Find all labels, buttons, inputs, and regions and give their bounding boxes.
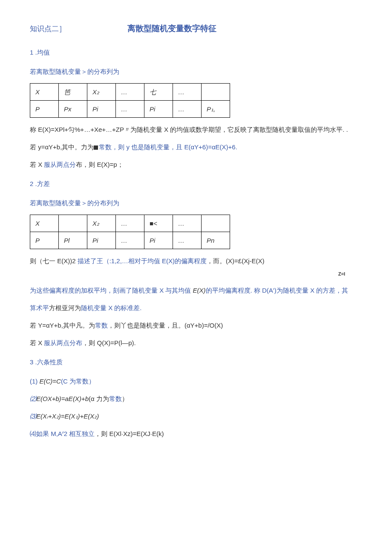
text: ，则 Q(X)=P(l—p). [82, 339, 135, 346]
text: 方根亚河为 [49, 304, 81, 311]
text: 若 Y=αY+b,其中凡。为 [30, 322, 95, 329]
knowledge-point-tag: 知识点二］ [30, 23, 66, 36]
text: ，而。(X)=£(Xj-E(X) [207, 257, 264, 264]
cell: 七 [144, 84, 173, 101]
cell: Pi [144, 101, 173, 118]
table-row: P Pl Pi … Pi … Pn [30, 232, 230, 249]
cell: X [30, 84, 59, 101]
text: 的标准差. [114, 304, 141, 311]
text: 算术平 [30, 304, 49, 311]
cell: X₂ [87, 84, 116, 101]
section-2-line-1: 则（七一 E(X))2 描述了王（:1,2,…相对于均值 E(X)的偏离程度，而… [30, 255, 362, 267]
property-1: (1) E(C)=C(C 为常数） [30, 375, 362, 387]
text: 若 y=αY+b,其中。力为 [30, 143, 94, 151]
text: 的平均偏离程度. 称 D(A')为随机变量 X 的方差，其 [206, 287, 349, 294]
text: ⑷如果 M,Aʳ2 [30, 430, 69, 437]
text: 常数 [95, 322, 108, 329]
cell: Pn [202, 232, 230, 249]
header: 知识点二］ 离散型随机变量数字特征 [30, 21, 362, 36]
cell: Pi [144, 232, 173, 249]
cell: X₂ [87, 215, 116, 232]
block-icon [94, 145, 98, 150]
sum-index: Z=I [30, 270, 362, 279]
cell: … [116, 84, 144, 101]
text: 为这些偏离程度的加权平均，刻画了随机变量 X 与其均值 [30, 287, 193, 294]
text: (α 力为 [89, 395, 109, 402]
cell: … [173, 232, 202, 249]
section-2-para-3: 算术平方根亚河为随机变量 X 的标准差. [30, 302, 362, 314]
section-1-para-3: 若 X 服从两点分布，则 E(X)=p； [30, 159, 362, 170]
table-row: P Px Pi … Pi … P₁, [30, 101, 230, 118]
cell: Px [59, 101, 87, 118]
text: 描述了王（:1,2,…相对于均值 E(X)的偏离程度 [78, 257, 207, 264]
cell [59, 215, 87, 232]
text: 相互独立 [69, 430, 95, 437]
section-1-intro: 若离散型随机变量＞的分布列为 [30, 66, 362, 77]
property-3: ⑶E(Xᵢ+X₂)=E(X₁)+E(X₂) [30, 410, 362, 422]
cell: Pi [87, 232, 116, 249]
text: 服从两点分布 [44, 339, 82, 346]
distribution-table-1: X 笆 X₂ … 七 … P Px Pi … Pi … P₁, [30, 83, 230, 118]
cell: … [116, 232, 144, 249]
text: 若 X [30, 161, 44, 168]
section-3-heading: 3 .六条性质 [30, 356, 362, 368]
text: E(Xᵢ+X₂)=E(X₁)+E(X₂) [36, 413, 99, 420]
section-2-para-4: 若 Y=αY+b,其中凡。为常数，则丫也是随机变量，且。(αY+b)=/O(X) [30, 320, 362, 331]
text: 常数，则 y 也是随机变量，且 E(αY+6)=αE(X)+6. [99, 143, 237, 151]
distribution-table-2: X X₂ … ■< … P Pl Pi … Pi … Pn [30, 215, 230, 249]
section-2-heading: 2 .方差 [30, 178, 362, 189]
cell: P₁, [202, 101, 230, 118]
section-2-para-2: 为这些偏离程度的加权平均，刻画了随机变量 X 与其均值 E(X)的平均偏离程度.… [30, 285, 362, 296]
text: E(OX+b)=aE(X)+b [36, 395, 89, 402]
text: ⑶ [30, 413, 36, 420]
text: 若 X [30, 339, 44, 346]
section-1-para-1: 称 E(X)=XPl+匀%+…+Xe+…+ZP〃为随机变量 X 的均值或数学期望… [30, 124, 362, 135]
section-1-para-2: 若 y=αY+b,其中。力为常数，则 y 也是随机变量，且 E(αY+6)=αE… [30, 141, 362, 153]
property-4: ⑷如果 M,Aʳ2 相互独立，则 E(Xl∙Xz)=E(XJ∙E(k) [30, 428, 362, 439]
cell: 笆 [59, 84, 87, 101]
cell: X [30, 215, 59, 232]
cell: ■< [144, 215, 173, 232]
text: 则（七一 E(X))2 [30, 257, 78, 264]
text: E(C)=C [40, 378, 61, 385]
text: (1) [30, 378, 40, 385]
text: ⑵ [30, 395, 36, 402]
text: 服从两点分 [44, 161, 76, 168]
text: ，则 E(Xl∙Xz)=E(XJ∙E(k) [95, 430, 164, 437]
cell: … [173, 84, 202, 101]
cell: … [116, 215, 144, 232]
cell: P [30, 232, 59, 249]
text: ，则丫也是随机变量，且。(αY+b)=/O(X) [108, 322, 223, 329]
text: 常数 [109, 395, 122, 402]
table-row: X X₂ … ■< … [30, 215, 230, 232]
cell [202, 215, 230, 232]
text: (C 为常数） [61, 378, 95, 385]
page-title: 离散型随机变量数字特征 [127, 21, 216, 36]
text: 称 E(X)=XPl+匀%+…+Xe+…+ZP〃为随机变量 X 的均值或数学期望… [30, 126, 348, 133]
text: 随机变量 X [81, 304, 114, 311]
cell: … [173, 215, 202, 232]
text: 布，则 E(X)=p； [76, 161, 123, 168]
cell: Pi [87, 101, 116, 118]
text: E(X) [193, 287, 206, 294]
table-row: X 笆 X₂ … 七 … [30, 84, 230, 101]
cell: … [173, 101, 202, 118]
text: ） [122, 395, 128, 402]
section-2-intro: 若离散型随机变量＞的分布列为 [30, 197, 362, 209]
section-1-heading: 1 .均值 [30, 46, 362, 58]
cell: … [116, 101, 144, 118]
cell [202, 84, 230, 101]
section-2-para-5: 若 X 服从两点分布，则 Q(X)=P(l—p). [30, 337, 362, 349]
cell: Pl [59, 232, 87, 249]
property-2: ⑵E(OX+b)=aE(X)+b(α 力为常数） [30, 393, 362, 404]
cell: P [30, 101, 59, 118]
